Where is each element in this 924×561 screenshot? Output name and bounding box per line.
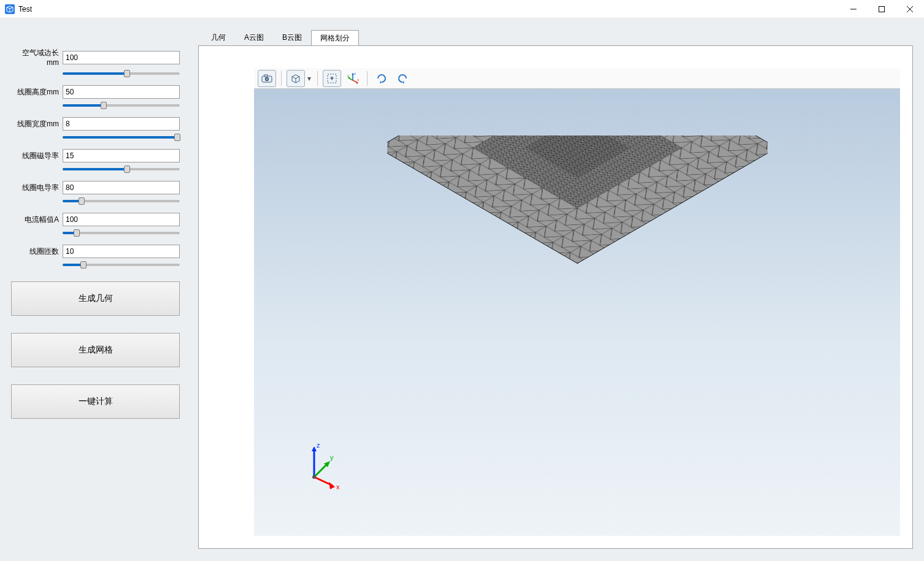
param-label: 空气域边长mm: [11, 48, 59, 67]
right-area: 几何A云图B云图网格划分 ▾: [198, 31, 913, 549]
mesh-render: [387, 135, 768, 368]
viewport-3d[interactable]: ▾ z x y: [254, 68, 900, 536]
param-4: 线圈电导率: [11, 181, 180, 205]
app-window: Test 空气域边长mm 线圈高度m: [0, 0, 924, 561]
button-label: 生成几何: [79, 293, 113, 304]
param-5: 电流幅值A: [11, 213, 180, 237]
param-slider[interactable]: [63, 133, 180, 142]
param-input[interactable]: [63, 51, 180, 64]
tab-label: A云图: [244, 33, 264, 42]
param-input[interactable]: [63, 117, 180, 131]
param-input[interactable]: [63, 213, 180, 226]
param-6: 线圈匝数: [11, 245, 180, 269]
svg-line-23: [314, 464, 328, 477]
left-panel: 空气域边长mm 线圈高度mm 线圈宽度mm 线圈磁导率: [11, 31, 180, 549]
close-button[interactable]: [896, 0, 924, 18]
param-slider[interactable]: [63, 165, 180, 174]
rotate-cw-icon[interactable]: [372, 70, 391, 87]
generate-geometry-button[interactable]: 生成几何: [11, 281, 180, 316]
param-slider[interactable]: [63, 101, 180, 110]
param-label: 线圈磁导率: [11, 151, 59, 161]
camera-icon[interactable]: [258, 70, 276, 87]
param-slider[interactable]: [63, 197, 180, 205]
axis-x-label: x: [336, 483, 340, 489]
tab-3[interactable]: 网格划分: [311, 30, 359, 46]
param-input[interactable]: [63, 181, 180, 194]
window-title: Test: [18, 5, 32, 13]
viewport-frame: ▾ z x y: [198, 45, 913, 549]
app-icon: [5, 4, 15, 14]
body: 空气域边长mm 线圈高度mm 线圈宽度mm 线圈磁导率: [0, 18, 924, 561]
fit-view-icon[interactable]: [323, 70, 341, 87]
param-label: 线圈电导率: [11, 183, 59, 193]
param-label: 线圈宽度mm: [11, 119, 59, 129]
minimize-button[interactable]: [839, 0, 868, 18]
param-label: 线圈高度mm: [11, 87, 59, 97]
button-label: 生成网格: [79, 345, 113, 356]
title-bar: Test: [0, 0, 924, 18]
param-label: 电流幅值A: [11, 215, 59, 225]
cube-dropdown-icon[interactable]: ▾: [306, 70, 312, 87]
param-2: 线圈宽度mm: [11, 117, 180, 142]
rotate-ccw-icon[interactable]: [393, 70, 412, 87]
axes-icon[interactable]: z x y: [344, 70, 362, 87]
maximize-button[interactable]: [868, 0, 896, 18]
compute-button[interactable]: 一键计算: [11, 384, 180, 419]
tab-strip: 几何A云图B云图网格划分: [198, 31, 913, 45]
viewport-toolbar: ▾ z x y: [254, 68, 900, 89]
param-slider[interactable]: [63, 69, 180, 78]
param-slider[interactable]: [63, 229, 180, 237]
axis-triad: z y x: [302, 440, 351, 489]
param-1: 线圈高度mm: [11, 85, 180, 110]
param-slider[interactable]: [63, 261, 180, 269]
tab-label: 网格划分: [320, 34, 350, 42]
axis-y-label: y: [330, 454, 334, 461]
svg-text:x: x: [357, 78, 359, 82]
tab-label: B云图: [282, 33, 302, 42]
svg-text:z: z: [354, 72, 356, 75]
tab-2[interactable]: B云图: [273, 29, 311, 45]
svg-point-7: [266, 78, 268, 80]
cube-icon[interactable]: [287, 70, 305, 87]
svg-rect-5: [264, 75, 268, 77]
param-input[interactable]: [63, 245, 180, 258]
button-label: 一键计算: [79, 396, 113, 407]
param-input[interactable]: [63, 85, 180, 99]
param-0: 空气域边长mm: [11, 48, 180, 78]
svg-text:y: y: [347, 74, 349, 77]
param-input[interactable]: [63, 149, 180, 162]
svg-point-25: [312, 475, 316, 479]
param-3: 线圈磁导率: [11, 149, 180, 174]
axis-z-label: z: [317, 441, 320, 449]
svg-rect-1: [879, 6, 885, 12]
tab-1[interactable]: A云图: [235, 29, 273, 45]
tab-0[interactable]: 几何: [202, 29, 235, 45]
svg-point-9: [331, 77, 333, 79]
tab-label: 几何: [211, 33, 226, 42]
generate-mesh-button[interactable]: 生成网格: [11, 333, 180, 367]
param-label: 线圈匝数: [11, 246, 59, 257]
